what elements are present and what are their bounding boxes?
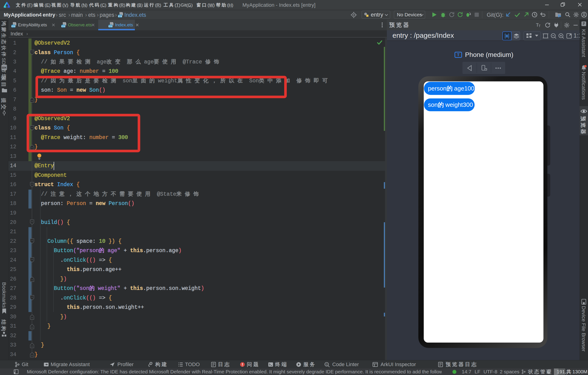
svg-text:ETS: ETS <box>118 15 122 18</box>
svg-text:Q: Q <box>326 363 328 366</box>
svg-text:ETS: ETS <box>108 25 113 28</box>
svg-text:T: T <box>538 24 541 28</box>
svg-text:ETS: ETS <box>61 25 66 28</box>
svg-text:ETS: ETS <box>11 25 16 28</box>
svg-text:SDK: SDK <box>2 66 7 69</box>
